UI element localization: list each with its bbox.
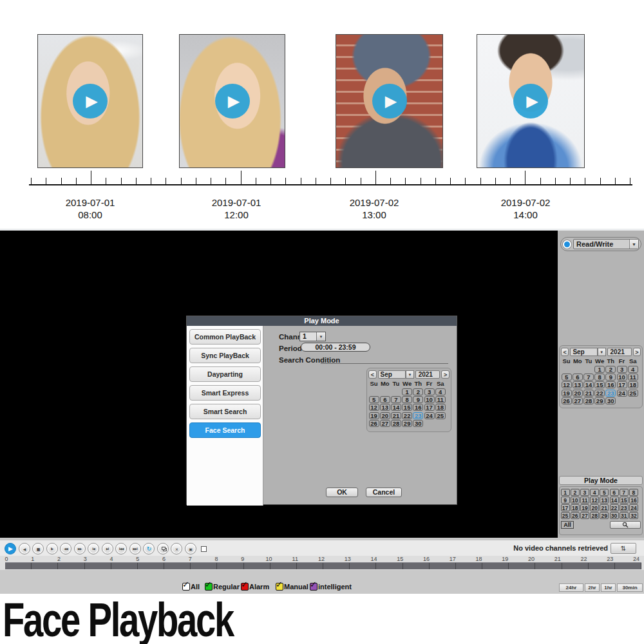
calendar-day[interactable]: 10 [617, 374, 627, 381]
channel-number[interactable]: 27 [580, 512, 589, 519]
face-snapshot[interactable]: ▶ [477, 34, 585, 168]
calendar-cell[interactable]: 25 [435, 412, 446, 419]
snapshot-timestamp[interactable]: 2019-07-0213:00 [350, 196, 399, 221]
tick-mark[interactable] [615, 178, 616, 185]
calendar-day[interactable]: 28 [391, 420, 401, 427]
hour-label[interactable]: 17 [450, 556, 456, 562]
calendar-week[interactable]: 12131415161718 [561, 381, 641, 389]
channel-number[interactable]: 9 [561, 497, 570, 504]
calendar-week[interactable]: 19202122232425 [368, 412, 450, 419]
check-icon[interactable]: ✓ [241, 580, 248, 589]
day-header[interactable]: Tu [390, 380, 401, 388]
calendar-cell[interactable]: 25 [627, 389, 638, 397]
channel-number[interactable]: 13 [600, 497, 609, 504]
day-header[interactable]: Fr [424, 380, 435, 388]
tick-mark[interactable] [495, 178, 496, 185]
disk-mode-control[interactable]: Read/Write ▼ [560, 237, 641, 251]
hour-label[interactable]: 9 [241, 556, 244, 562]
play-overlay-button[interactable]: ▶ [73, 84, 108, 118]
tick-mark[interactable] [181, 178, 182, 185]
legend-item-all[interactable]: ✓All [182, 583, 200, 591]
calendar-week[interactable]: 567891011 [561, 373, 641, 381]
checkbox-alarm[interactable]: ✓ [241, 583, 249, 591]
timestamp-time[interactable]: 12:00 [212, 209, 261, 221]
tick-mark[interactable] [46, 178, 46, 185]
hour-label[interactable]: 19 [502, 556, 508, 562]
channel-number[interactable]: 11 [580, 497, 589, 504]
calendar-day[interactable]: 17 [617, 381, 627, 388]
calendar-day[interactable]: 27 [380, 420, 390, 427]
channel-number[interactable]: 22 [610, 504, 619, 511]
reverse-play-button[interactable]: ◀ [19, 543, 30, 554]
tick-mark[interactable] [211, 178, 211, 185]
calendar-week[interactable]: 2627282930 [561, 397, 641, 405]
calendar-cell[interactable]: 19 [368, 412, 379, 419]
prev-file-button[interactable]: I◀◀ [115, 543, 127, 554]
calendar-cell[interactable]: 3 [424, 388, 435, 395]
channel-number[interactable]: 3 [580, 489, 589, 496]
tick-mark[interactable] [61, 178, 62, 185]
calendar-cell[interactable]: 13 [572, 381, 583, 389]
tick-mark[interactable] [585, 178, 585, 185]
calendar-week[interactable]: 19202122232425 [561, 389, 641, 397]
calendar-cell[interactable]: 8 [594, 373, 605, 381]
checkbox-all[interactable]: ✓ [182, 583, 190, 591]
hour-label[interactable]: 7 [189, 556, 192, 562]
channel-number[interactable]: 14 [610, 497, 619, 504]
calendar-week[interactable]: 12131415161718 [368, 404, 450, 412]
tab-smart-express[interactable]: Smart Express [189, 385, 261, 401]
legend-label[interactable]: Manual [284, 583, 308, 591]
calendar-day[interactable]: 2 [413, 388, 423, 395]
hour-label[interactable]: 20 [528, 556, 535, 562]
tick-mark[interactable] [345, 178, 346, 185]
hour-label[interactable]: 2 [57, 556, 61, 562]
repeat-button[interactable]: ↻ [143, 543, 155, 554]
stop-button[interactable]: ■ [32, 543, 44, 554]
scale-button-2hr[interactable]: 2hr [585, 583, 600, 592]
tick-mark[interactable] [91, 171, 91, 185]
tick-mark[interactable] [390, 178, 391, 185]
hour-label[interactable]: 24 [633, 556, 639, 562]
calendar-day[interactable]: 5 [562, 374, 572, 381]
calendar-cell[interactable]: 11 [627, 373, 638, 381]
calendar-day[interactable]: 30 [413, 420, 423, 427]
calendar-cell[interactable]: 12 [561, 381, 572, 389]
channel-number[interactable]: 7 [620, 489, 629, 496]
hour-label[interactable]: 23 [607, 556, 613, 562]
hour-segment[interactable] [191, 563, 217, 569]
legend-item-manual[interactable]: ✓Manual [276, 583, 308, 591]
calendar-prev-button[interactable]: < [368, 370, 377, 379]
calendar-day-headers[interactable]: SuMoTuWeThFrSa [561, 357, 641, 365]
calendar-cell[interactable]: 14 [390, 404, 401, 412]
calendar-cell[interactable]: 17 [424, 404, 435, 412]
calendar-cell[interactable]: 27 [379, 420, 390, 428]
check-icon[interactable]: ✓ [276, 580, 283, 589]
tick-mark[interactable] [166, 178, 166, 185]
tick-mark[interactable] [450, 178, 451, 185]
channel-number[interactable]: 24 [629, 504, 638, 511]
channel-number[interactable]: 31 [620, 512, 629, 519]
timestamp-date[interactable]: 2019-07-02 [501, 196, 551, 209]
calendar-day[interactable]: 18 [435, 404, 446, 411]
calendar-day[interactable]: 3 [424, 388, 435, 395]
calendar-day[interactable]: 14 [583, 381, 594, 388]
calendar-day[interactable]: 5 [369, 396, 379, 403]
hour-label[interactable]: 12 [318, 556, 325, 562]
day-header[interactable]: Th [413, 380, 424, 388]
calendar-cell[interactable]: 9 [413, 395, 424, 403]
tick-mark[interactable] [285, 178, 286, 185]
calendar-cell[interactable] [390, 388, 401, 395]
prev-frame-icon[interactable]: I◀ [92, 547, 95, 551]
day-header[interactable]: Sa [435, 380, 446, 388]
chevron-down-icon[interactable]: ▼ [598, 348, 605, 356]
calendar-cell[interactable] [616, 397, 627, 405]
hour-segment[interactable] [430, 563, 456, 569]
legend-item-intelligent[interactable]: ✓intelligent [310, 583, 352, 591]
next-frame-icon[interactable]: ▶I [106, 547, 109, 551]
calendar-cell[interactable]: 16 [413, 404, 424, 412]
tick-mark[interactable] [121, 178, 122, 185]
calendar-day[interactable]: 24 [424, 412, 435, 419]
face-snapshot[interactable]: ▶ [37, 34, 143, 168]
slow-play-icon[interactable]: I▶ [51, 547, 53, 551]
all-channels-button[interactable]: All [561, 521, 574, 529]
